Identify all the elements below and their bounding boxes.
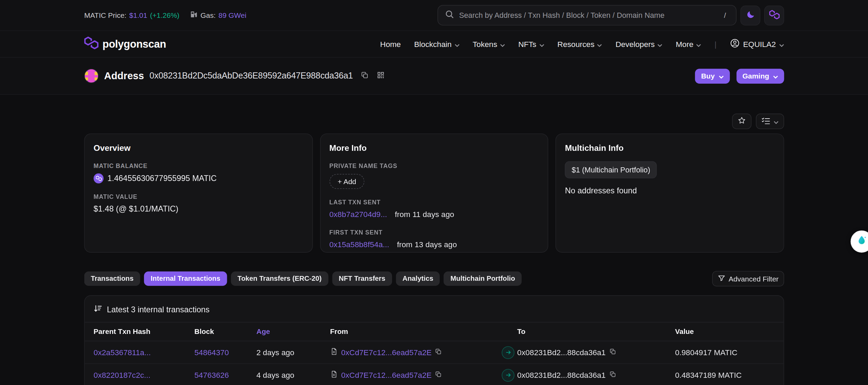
gas-label: Gas: <box>200 11 216 19</box>
search-input[interactable] <box>459 11 716 19</box>
block-link[interactable]: 54864370 <box>194 348 229 357</box>
nav-item-developers[interactable]: Developers <box>615 40 662 49</box>
column-age-toggle[interactable]: Age <box>256 327 330 336</box>
chevron-down-icon <box>696 40 701 49</box>
to-address-text: 0x08231Bd2...88cda36a1 <box>517 371 606 380</box>
first-txn-hash-link[interactable]: 0x15a58b8f54a... <box>329 240 389 249</box>
polygonscan-page: MATIC Price: $1.01 (+1.26%) Gas: 89 GWei… <box>0 0 868 385</box>
chevron-down-icon <box>774 117 779 125</box>
qr-code-button[interactable] <box>377 71 385 81</box>
nav-item-resources[interactable]: Resources <box>558 40 602 49</box>
chevron-down-icon <box>539 40 544 49</box>
gas-pump-icon <box>190 11 198 20</box>
matic-value-usd: $1.48 (@ $1.01/MATIC) <box>94 204 303 213</box>
gaming-button[interactable]: Gaming <box>736 69 784 84</box>
tab-internal-transactions[interactable]: Internal Transactions <box>144 272 227 286</box>
parent-txn-hash-link[interactable]: 0x2a5367811a... <box>94 348 151 357</box>
chevron-down-icon <box>454 40 460 49</box>
funnel-icon <box>718 274 725 283</box>
last-txn-sent-label: LAST TXN SENT <box>329 199 539 205</box>
moon-icon <box>746 10 755 21</box>
search-bar[interactable]: / <box>438 5 737 26</box>
nav-item-blockchain[interactable]: Blockchain <box>414 40 459 49</box>
column-value: Value <box>675 327 775 336</box>
first-txn-time: from 13 days ago <box>397 240 457 249</box>
network-switch-button[interactable] <box>764 5 784 25</box>
multichain-title: Multichain Info <box>565 143 775 152</box>
multichain-portfolio-badge[interactable]: $1 (Multichain Portfolio) <box>565 161 657 178</box>
direction-in-icon <box>502 346 514 359</box>
multichain-info-card: Multichain Info $1 (Multichain Portfolio… <box>555 133 784 252</box>
topbar: MATIC Price: $1.01 (+1.26%) Gas: 89 GWei… <box>0 0 868 31</box>
block-link[interactable]: 54763626 <box>194 371 229 380</box>
checklist-menu-button[interactable] <box>756 113 784 129</box>
value-cell: 0.9804917 MATIC <box>675 348 775 357</box>
water-drop-icon <box>856 234 868 249</box>
from-address-link[interactable]: 0xCd7E7c12...6ead57a2E <box>341 348 431 357</box>
column-parent-txn-hash: Parent Txn Hash <box>94 327 194 336</box>
parent-txn-hash-link[interactable]: 0x8220187c2c... <box>94 371 150 380</box>
matic-price-label: MATIC Price: <box>84 11 126 19</box>
copy-from-address-button[interactable] <box>435 371 442 380</box>
direction-in-icon <box>502 369 514 381</box>
tab-token-transfers[interactable]: Token Transfers (ERC-20) <box>231 272 328 286</box>
column-from: From <box>330 327 502 336</box>
brand-logo[interactable]: polygonscan <box>84 37 166 52</box>
chevron-down-icon <box>779 40 784 49</box>
tab-nft-transfers[interactable]: NFT Transfers <box>332 272 392 286</box>
nav-item-home[interactable]: Home <box>380 40 401 49</box>
chevron-down-icon <box>773 72 778 80</box>
matic-price-value[interactable]: $1.01 <box>129 11 147 19</box>
table-title-text: Latest 3 internal transactions <box>107 305 210 314</box>
nav-user-menu[interactable]: EQUILA2 <box>730 38 784 50</box>
last-txn-time: from 11 days ago <box>395 210 454 219</box>
age-cell: 2 days ago <box>256 348 330 357</box>
copy-to-address-button[interactable] <box>609 371 616 380</box>
chevron-down-icon <box>719 72 724 80</box>
matic-balance-value: 1.46455630677955995 MATIC <box>108 174 217 183</box>
polygon-icon <box>769 10 780 21</box>
buy-button[interactable]: Buy <box>695 69 730 84</box>
nav-item-tokens[interactable]: Tokens <box>473 40 505 49</box>
address-header: Address 0x08231Bd2Dc5daAbDe36E89592a647E… <box>0 58 868 95</box>
tab-analytics[interactable]: Analytics <box>396 272 440 286</box>
from-address-link[interactable]: 0xCd7E7c12...6ead57a2E <box>341 371 431 380</box>
nav-menu: Home Blockchain Tokens NFTs Resources <box>380 38 784 50</box>
tab-transactions[interactable]: Transactions <box>84 272 140 286</box>
advanced-filter-button[interactable]: Advanced Filter <box>712 271 784 286</box>
summary-cards: Overview MATIC BALANCE 1.464556306779559… <box>84 133 784 252</box>
price-gas-strip: MATIC Price: $1.01 (+1.26%) Gas: 89 GWei <box>84 11 246 20</box>
sort-descending-icon <box>94 304 102 315</box>
copy-icon <box>609 348 616 357</box>
address-hash: 0x08231Bd2Dc5daAbDe36E89592a647E988cda36… <box>149 71 353 81</box>
list-check-icon <box>761 117 770 126</box>
copy-address-button[interactable] <box>360 71 369 81</box>
table-header-row: Parent Txn Hash Block Age From To Value <box>85 322 783 341</box>
nav-item-nfts[interactable]: NFTs <box>518 40 544 49</box>
user-name: EQUILA2 <box>743 40 776 49</box>
last-txn-hash-link[interactable]: 0x8b7a2704d9... <box>329 210 387 219</box>
dark-mode-toggle[interactable] <box>741 5 760 25</box>
tab-multichain-portfolio[interactable]: Multichain Portfolio <box>444 272 522 286</box>
watchlist-star-button[interactable] <box>732 113 751 129</box>
copy-icon <box>435 371 442 380</box>
value-cell: 0.48347189 MATIC <box>675 371 775 380</box>
overview-card: Overview MATIC BALANCE 1.464556306779559… <box>84 133 313 252</box>
more-info-card: More Info PRIVATE NAME TAGS + Add LAST T… <box>320 133 548 252</box>
gas-value[interactable]: 89 GWei <box>218 11 246 19</box>
copy-from-address-button[interactable] <box>435 348 442 357</box>
age-cell: 4 days ago <box>256 371 330 380</box>
search-icon <box>445 9 454 21</box>
star-icon <box>738 116 746 126</box>
copy-to-address-button[interactable] <box>609 348 616 357</box>
copy-icon <box>435 348 442 357</box>
internal-transactions-table: Latest 3 internal transactions Parent Tx… <box>84 295 784 385</box>
add-name-tag-button[interactable]: + Add <box>329 174 365 189</box>
column-to: To <box>517 327 675 336</box>
chevron-down-icon <box>597 40 602 49</box>
tab-bar: Transactions Internal Transactions Token… <box>84 271 784 286</box>
nav-item-more[interactable]: More <box>676 40 701 49</box>
support-widget-button[interactable] <box>851 230 868 253</box>
first-txn-sent-label: FIRST TXN SENT <box>329 229 539 235</box>
contract-file-icon <box>330 370 338 380</box>
